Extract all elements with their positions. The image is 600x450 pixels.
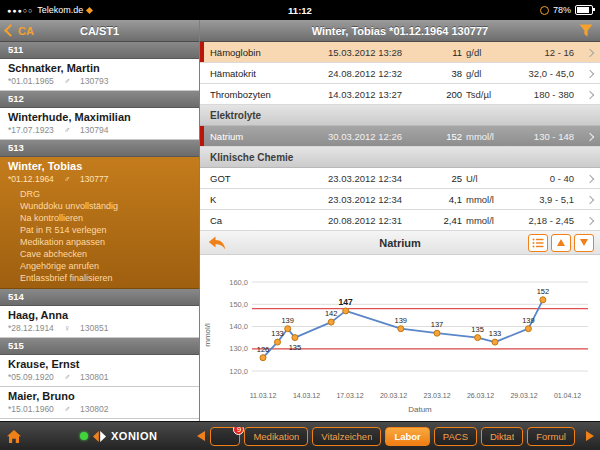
chevron-right-icon [586, 196, 594, 204]
triangle-up-icon [557, 239, 565, 246]
lab-row[interactable]: Hämatokrit24.08.2012 12:3238g/dl32,0 - 4… [200, 63, 600, 84]
chart-list-button[interactable] [528, 234, 548, 252]
room-header: 512 [0, 91, 199, 108]
patient-row[interactable]: Haag, Anna*28.12.1914♀130851 [0, 306, 199, 338]
tab-label: Diktat [490, 428, 514, 445]
patient-name: Schnatker, Martin [8, 62, 193, 74]
lab-range: 32,0 - 45,0 [502, 68, 574, 79]
filter-button[interactable] [579, 24, 593, 37]
lab-row[interactable]: Natrium30.03.2012 12:26152mmol/l130 - 14… [200, 126, 600, 147]
patient-gender-icon: ♂ [64, 174, 80, 184]
lab-row[interactable]: Ca20.08.2012 12:312,41mmol/l2,18 - 2,45 [200, 210, 600, 231]
lab-unit: mmol/l [462, 194, 502, 205]
lab-row[interactable]: GOT23.03.2012 12:3425U/l0 - 40 [200, 168, 600, 189]
patient-name: Winter, Tobias [8, 160, 193, 172]
lab-name: GOT [200, 173, 328, 184]
tab-diktat[interactable]: Diktat [481, 427, 523, 446]
task-item[interactable]: Medikation anpassen [20, 236, 193, 248]
lab-row[interactable]: Hämoglobin15.03.2012 13:2811g/dl12 - 16 [200, 42, 600, 63]
lab-unit: Tsd/µl [462, 89, 502, 100]
svg-text:130,0: 130,0 [229, 344, 248, 353]
patient-row[interactable]: Winter, Tobias*01.12.1964♂130777DRGWundd… [0, 157, 199, 289]
chart-toolbar-buttons [528, 234, 594, 252]
svg-text:126: 126 [257, 345, 270, 354]
sort-down-button[interactable] [574, 234, 594, 252]
svg-text:133: 133 [271, 329, 284, 338]
svg-text:160,0: 160,0 [229, 278, 248, 287]
patient-id: 130793 [80, 76, 108, 86]
tab-medikation[interactable]: Medikation [244, 427, 308, 446]
task-list: DRGWunddoku unvollständigNa kontrolliere… [8, 188, 193, 284]
patient-birthdate: *15.01.1960 [8, 404, 64, 414]
patient-row[interactable]: Schnatker, Martin*01.01.1965♂130793 [0, 59, 199, 91]
back-chevron-icon [4, 24, 17, 37]
lab-unit: mmol/l [462, 215, 502, 226]
patient-gender-icon: ♂ [64, 125, 80, 135]
tab-formul[interactable]: Formul [527, 427, 575, 446]
svg-text:150,0: 150,0 [229, 300, 248, 309]
patient-name: Winterhude, Maximilian [8, 111, 193, 123]
patient-birthdate: *28.12.1914 [8, 323, 64, 333]
patient-id: 130801 [80, 372, 108, 382]
task-item[interactable]: Entlassbrief finalisieren [20, 272, 193, 284]
lab-datetime: 23.03.2012 12:34 [328, 173, 428, 184]
patient-row[interactable]: Winterhude, Maximilian*17.07.1923♂130794 [0, 108, 199, 140]
lab-range: 180 - 380 [502, 89, 574, 100]
tab-more[interactable]: 9 [210, 427, 240, 446]
home-icon [6, 429, 22, 444]
lab-value: 2,41 [428, 215, 462, 226]
patient-gender-icon: ♀ [64, 323, 80, 333]
task-item[interactable]: Wunddoku unvollständig [20, 200, 193, 212]
lab-range: 0 - 40 [502, 173, 574, 184]
carrier-label: Telekom.de [37, 5, 83, 15]
chart-back-button[interactable] [208, 236, 226, 250]
task-item[interactable]: Pat in R 514 verlegen [20, 224, 193, 236]
svg-text:137: 137 [431, 320, 444, 329]
funnel-icon [579, 24, 593, 37]
patient-name: Haag, Anna [8, 309, 193, 321]
patient-detail: *28.12.1914♀130851 [8, 323, 193, 333]
tab-pacs[interactable]: PACS [434, 427, 477, 446]
sidebar-header: CA CA/ST1 [0, 20, 199, 42]
task-item[interactable]: DRG [20, 188, 193, 200]
lab-row[interactable]: K23.03.2012 12:344,1mmol/l3,9 - 5,1 [200, 189, 600, 210]
svg-text:139: 139 [281, 316, 294, 325]
home-button[interactable] [6, 429, 22, 444]
patient-detail: *01.12.1964♂130777 [8, 174, 193, 184]
chart-toolbar: Natrium [200, 231, 600, 255]
list-icon [532, 238, 544, 248]
tab-vitalzeichen[interactable]: Vitalzeichen [312, 427, 381, 446]
connection-status-indicator [80, 432, 88, 440]
lab-unit: U/l [462, 173, 502, 184]
sort-up-button[interactable] [551, 234, 571, 252]
patient-birthdate: *05.09.1920 [8, 372, 64, 382]
status-bar: ●●●○○ Telekom.de 11:12 78% [0, 0, 600, 20]
patient-row[interactable]: Maier, Bruno*15.01.1960♂130802 [0, 387, 199, 419]
task-item[interactable]: Cave abchecken [20, 248, 193, 260]
signal-strength-icon: ●●●○○ [7, 7, 33, 14]
app-brand: XONION [80, 430, 157, 442]
back-arrow-icon [208, 236, 226, 250]
lab-section-header: Elektrolyte [200, 105, 600, 126]
patient-gender-icon: ♂ [64, 76, 80, 86]
room-header: 514 [0, 289, 199, 306]
xonion-logo-text: XONION [111, 430, 157, 442]
lab-name: Hämatokrit [200, 68, 328, 79]
chevron-right-icon [586, 175, 594, 183]
patient-list: 511Schnatker, Martin*01.01.1965♂13079351… [0, 42, 199, 421]
svg-text:11.03.12: 11.03.12 [250, 392, 277, 399]
carrier-badge-icon [86, 6, 93, 13]
patient-row[interactable]: Krause, Ernst*05.09.1920♂130801 [0, 355, 199, 387]
lab-row[interactable]: Thrombozyten14.03.2012 13:27200Tsd/µl180… [200, 84, 600, 105]
tab-labor[interactable]: Labor [385, 427, 429, 446]
svg-text:147: 147 [339, 297, 353, 307]
tab-strip: 9MedikationVitalzeichenLaborPACSDiktatFo… [210, 427, 581, 446]
lab-name: Natrium [200, 131, 328, 142]
task-item[interactable]: Na kontrollieren [20, 212, 193, 224]
lab-unit: g/dl [462, 68, 502, 79]
tabs-scroll-right-icon[interactable] [586, 431, 594, 441]
task-item[interactable]: Angehörige anrufen [20, 260, 193, 272]
tabs-scroll-left-icon[interactable] [197, 431, 205, 441]
chevron-right-icon [586, 91, 594, 99]
back-button[interactable]: CA [6, 25, 34, 37]
